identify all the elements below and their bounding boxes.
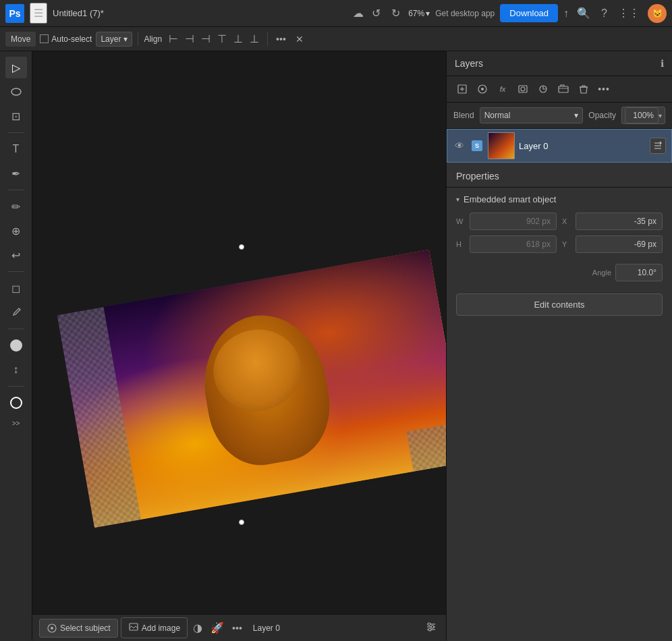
svg-point-14 (481, 88, 484, 90)
align-center-v-button[interactable]: ⊥ (231, 31, 246, 47)
layer-type-icon: S (470, 139, 484, 152)
group-layers-button[interactable] (555, 80, 572, 98)
bottom-settings-button[interactable] (423, 619, 439, 637)
align-icons-group: ⊢ ⊣ ⊣ ⊤ ⊥ ⊥ (166, 31, 262, 47)
align-center-h-button[interactable]: ⊣ (182, 31, 197, 47)
layer-select-dropdown[interactable]: Layer ▾ (96, 32, 132, 47)
layer-item[interactable]: 👁 S Layer 0 (447, 129, 672, 163)
section-title: Embedded smart object (464, 194, 556, 204)
edit-contents-button[interactable]: Edit contents (456, 294, 663, 316)
x-field: X -35 px (562, 213, 663, 230)
height-label: H (456, 240, 466, 248)
current-layer-name: Layer 0 (248, 623, 285, 633)
select-tool-button[interactable]: ▷ (5, 57, 27, 78)
auto-select-checkbox[interactable] (40, 34, 49, 43)
search-button[interactable]: 🔍 (574, 4, 593, 22)
delete-layer-button[interactable] (575, 80, 592, 98)
black-circle-button[interactable] (5, 335, 27, 356)
more-layer-options-button[interactable]: ••• (595, 80, 613, 98)
cloud-icon[interactable]: ☁ (353, 7, 364, 20)
height-input[interactable]: 618 px (470, 235, 557, 253)
x-input[interactable]: -35 px (576, 213, 663, 230)
width-input[interactable]: 902 px (470, 213, 557, 230)
properties-grid: W 902 px X -35 px H 618 px Y -69 px (447, 210, 672, 261)
hamburger-menu[interactable]: ☰ (30, 3, 47, 24)
download-button[interactable]: Download (500, 4, 558, 22)
get-desktop-app-link[interactable]: Get desktop app (435, 9, 495, 18)
document-title: Untitled1 (7)* (53, 8, 347, 18)
eraser-tool-button[interactable]: ◻ (5, 277, 27, 299)
avatar[interactable]: 🐱 (648, 4, 667, 23)
layer-options-button[interactable] (650, 138, 666, 154)
undo-button[interactable]: ↺ (369, 4, 383, 22)
add-layer-button[interactable] (453, 80, 471, 98)
svg-rect-18 (559, 86, 568, 92)
angle-label: Angle (456, 269, 611, 277)
redo-button[interactable]: ↻ (389, 4, 403, 22)
y-field: Y -69 px (562, 235, 663, 253)
y-input[interactable]: -69 px (576, 235, 663, 253)
eyedropper-tool-button[interactable] (5, 302, 27, 323)
rocket-icon-button[interactable]: 🚀 (208, 619, 227, 637)
main-layout: ▷ ⊡ T ✒ ✏ ⊕ ↩ ◻ ↕ >> (0, 51, 672, 641)
move-tool-button[interactable]: Move (5, 32, 36, 47)
transform-handle-top[interactable] (239, 244, 244, 250)
add-image-button[interactable]: Add image (121, 617, 188, 638)
transform-handle-bottom[interactable] (239, 520, 244, 525)
x-label: X (562, 217, 571, 225)
angle-input[interactable]: 10.0° (615, 264, 663, 281)
smart-object-section-header[interactable]: ▾ Embedded smart object (447, 188, 672, 210)
svg-point-7 (428, 623, 430, 625)
brush-tool-button[interactable]: ✏ (5, 196, 27, 217)
right-panel: Layers ℹ fx (446, 51, 672, 641)
opacity-control[interactable]: 100% ▾ (621, 107, 665, 124)
help-button[interactable]: ? (598, 5, 610, 22)
properties-panel: Properties ▾ Embedded smart object W 902… (447, 163, 672, 641)
opacity-value: 100% (625, 107, 659, 123)
more-options-bottom-button[interactable]: ••• (229, 620, 245, 636)
clone-tool-button[interactable]: ⊕ (5, 220, 27, 242)
bottom-toolbar: Select subject Add image ◑ 🚀 ••• Layer 0 (32, 614, 446, 641)
layer-visibility-toggle[interactable]: 👁 (453, 139, 466, 152)
layers-header: Layers ℹ (447, 51, 672, 76)
svg-point-2 (51, 627, 53, 630)
align-right-button[interactable]: ⊣ (198, 31, 213, 47)
align-bottom-button[interactable]: ⊥ (247, 31, 262, 47)
layer-name: Layer 0 (519, 141, 646, 151)
layer-actions: fx ••• (447, 76, 672, 103)
type-tool-button[interactable]: T (5, 138, 27, 160)
expand-tools-button[interactable]: >> (5, 416, 27, 430)
layers-info-button[interactable]: ℹ (661, 58, 664, 69)
lasso-tool-button[interactable] (5, 81, 27, 103)
properties-title: Properties (456, 171, 499, 182)
smart-object-badge: S (472, 140, 482, 151)
more-options-button[interactable]: ••• (273, 31, 289, 47)
zoom-button[interactable]: 67% ▾ (408, 9, 430, 18)
pen-tool-button[interactable]: ✒ (5, 163, 27, 184)
angle-row: Angle 10.0° (447, 261, 672, 289)
options-toolbar: Move Auto-select Layer ▾ Align ⊢ ⊣ ⊣ ⊤ ⊥… (0, 27, 672, 51)
mask-button[interactable] (514, 80, 532, 98)
canvas-image[interactable] (57, 250, 446, 528)
align-left-button[interactable]: ⊢ (166, 31, 181, 47)
move-content-button[interactable]: ↕ (5, 359, 27, 381)
crop-tool-button[interactable]: ⊡ (5, 105, 27, 127)
opacity-arrow[interactable]: ▾ (659, 112, 662, 119)
select-subject-icon (47, 623, 57, 634)
filter-layers-button[interactable] (474, 80, 491, 98)
adjustment-button[interactable] (534, 80, 552, 98)
history-brush-button[interactable]: ↩ (5, 244, 27, 266)
white-circle-button[interactable] (5, 392, 27, 414)
layers-title: Layers (455, 58, 656, 69)
blend-mode-dropdown[interactable]: Normal ▾ (480, 107, 584, 123)
select-subject-button[interactable]: Select subject (39, 619, 118, 638)
circle-icon-button[interactable]: ◑ (190, 619, 205, 637)
fx-button[interactable]: fx (494, 80, 511, 98)
share-button[interactable]: ↑ (563, 7, 569, 20)
close-toolbar-button[interactable]: ✕ (293, 31, 306, 47)
apps-grid-button[interactable]: ⋮⋮ (615, 4, 642, 22)
app-icon: Ps (5, 4, 24, 23)
align-top-button[interactable]: ⊤ (215, 31, 229, 47)
toolbar-divider-2 (267, 32, 268, 46)
tool-separator-2 (8, 190, 24, 190)
